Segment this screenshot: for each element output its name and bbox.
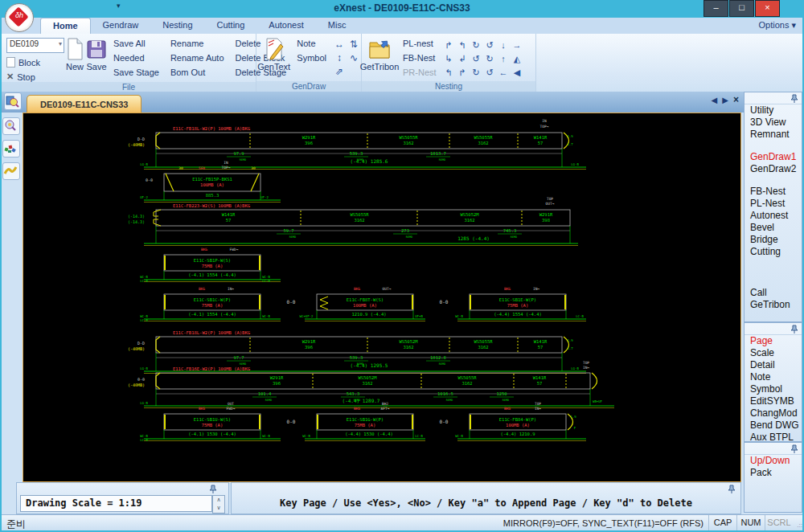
drawing-svg[interactable]: W291R396WS5055R3162WS5055R3162W141R57E11…	[23, 113, 740, 481]
tab-nesting[interactable]: Nesting	[150, 18, 204, 34]
pin-icon[interactable]	[790, 444, 798, 453]
scale-spinner[interactable]: ∧ ∨	[212, 495, 225, 514]
view-tool-icon[interactable]	[4, 92, 22, 110]
parts-tool-button[interactable]	[2, 140, 20, 158]
sidebar-item-fb-nest[interactable]: FB-Nest	[745, 186, 802, 198]
tab-misc[interactable]: Misc	[316, 18, 359, 34]
sidebar-item-bend-dwg[interactable]: Bend DWG	[745, 419, 802, 432]
status-toggle-cap[interactable]: CAP	[708, 515, 736, 531]
sidebar-item-cutting[interactable]: Cutting	[745, 246, 802, 258]
rotate-cw-15-icon[interactable]: ↰	[442, 66, 456, 80]
pl-nest-button[interactable]: PL-nest	[399, 37, 441, 51]
sidebar-item-gendraw1[interactable]: GenDraw1	[745, 151, 802, 163]
sidebar-item-note[interactable]: Note	[745, 371, 802, 383]
rotate-ccw-90-icon[interactable]: ↺	[470, 52, 483, 66]
sidebar-item-bevel[interactable]: Bevel	[745, 222, 802, 234]
sidebar-item-3d-view[interactable]: 3D View	[745, 117, 802, 129]
rename-button[interactable]: Rename	[166, 37, 228, 51]
pin-icon[interactable]	[209, 485, 217, 493]
pin-icon[interactable]	[790, 325, 798, 334]
measure-diagonal-icon[interactable]: ⇗	[332, 65, 347, 79]
maximize-button[interactable]: □	[729, 0, 754, 17]
tab-cutting[interactable]: Cutting	[205, 18, 257, 34]
close-button[interactable]: ×	[755, 0, 780, 17]
move-up-icon[interactable]: ↑	[497, 52, 511, 66]
sidebar-item-detail[interactable]: Detail	[745, 359, 802, 371]
move-right-icon[interactable]: →	[511, 39, 524, 52]
minimize-button[interactable]: –	[704, 0, 728, 17]
tab-autonest[interactable]: Autonest	[256, 18, 315, 34]
stop-button[interactable]: ✕ Stop	[6, 72, 64, 82]
document-tab[interactable]: DE0109-E11C-CNS33	[27, 95, 142, 113]
status-toggle-num[interactable]: NUM	[736, 515, 765, 531]
gettribon-button[interactable]: GetTribon	[363, 38, 396, 72]
sidebar-item-getribon[interactable]: GeTribon	[745, 299, 802, 311]
rotate-ccw-15-icon[interactable]: ↱	[456, 66, 470, 80]
drawing-scale-field[interactable]: Drawing Scale = 1:19	[20, 495, 212, 512]
sidebar-item-pack[interactable]: Pack	[745, 467, 802, 479]
move-down-icon[interactable]: ↓	[497, 39, 511, 52]
save-stage-button[interactable]: Save Stage	[109, 66, 163, 80]
note-button[interactable]: Note	[293, 37, 330, 51]
tab-next-icon[interactable]: ▶	[722, 96, 728, 105]
svg-text:F: F	[574, 426, 576, 430]
move-left-icon[interactable]: ←	[497, 66, 511, 80]
tab-gendraw[interactable]: Gendraw	[91, 18, 151, 34]
status-toggle-scrl[interactable]: SCRL	[765, 515, 793, 531]
resize-grip[interactable]: .::	[797, 522, 802, 529]
mirror-horizontal-icon[interactable]: ◀	[511, 66, 524, 80]
mirror-vertical-icon[interactable]: ◭	[511, 52, 524, 66]
block-combo[interactable]: DE0109 ▾	[6, 38, 64, 53]
measure-vertical-icon[interactable]: ↕	[332, 51, 347, 65]
rename-auto-button[interactable]: Rename Auto	[166, 51, 228, 66]
sidebar-item-call[interactable]: Call	[745, 287, 802, 299]
spinner-down-icon[interactable]: ∨	[213, 504, 224, 512]
rotate-cw-10-icon[interactable]: ↳	[442, 52, 456, 66]
rotate-ccw-5-icon[interactable]: ↺	[483, 66, 497, 80]
rotate-ccw-10-icon[interactable]: ↲	[456, 52, 470, 66]
save-all-button[interactable]: Save All	[109, 37, 163, 51]
tab-prev-icon[interactable]: ◀	[712, 96, 718, 105]
rotate-ccw-45-icon[interactable]: ↺	[483, 39, 497, 52]
fb-nest-button[interactable]: FB-Nest	[399, 51, 441, 66]
sidebar-item-up-down[interactable]: Up/Down	[745, 455, 802, 467]
sidebar-item-editsymb[interactable]: EditSYMB	[745, 395, 802, 407]
pin-icon[interactable]	[728, 485, 736, 493]
app-logo[interactable]: δh	[5, 3, 34, 32]
spinner-up-icon[interactable]: ∧	[213, 496, 224, 504]
save-button[interactable]: Save	[86, 38, 107, 72]
pin-icon[interactable]	[790, 94, 798, 103]
tab-home[interactable]: Home	[40, 18, 91, 35]
sidebar-item-utility[interactable]: Utility	[745, 104, 802, 117]
rotate-cw-5-icon[interactable]: ↻	[470, 39, 483, 52]
svg-text:3162: 3162	[461, 381, 472, 386]
bom-out-button[interactable]: Bom Out	[166, 66, 228, 80]
rotate-cw-90-icon[interactable]: ↻	[483, 52, 497, 66]
sidebar-item-gendraw2[interactable]: GenDraw2	[745, 163, 802, 175]
symbol-button[interactable]: Symbol	[293, 51, 330, 66]
measure-horizontal-icon[interactable]: ↔	[332, 38, 347, 51]
sidebar-item-symbol[interactable]: Symbol	[745, 383, 802, 395]
block-button[interactable]: Block	[6, 57, 64, 68]
drawing-canvas[interactable]: W291R396WS5055R3162WS5055R3162W141R57E11…	[23, 113, 741, 482]
sidebar-item-pl-nest[interactable]: PL-Nest	[745, 198, 802, 210]
sidebar-item-scale[interactable]: Scale	[745, 347, 802, 359]
extent-vertical-icon[interactable]: ⇅	[347, 38, 361, 51]
sidebar-item-page[interactable]: Page	[745, 335, 802, 347]
rotate-cw-45-icon[interactable]: ↻	[470, 66, 483, 80]
rotate-ccw-1-icon[interactable]: ↰	[456, 39, 470, 52]
options-button[interactable]: Options ▾	[759, 20, 797, 31]
profile-tool-button[interactable]	[2, 162, 20, 180]
curve-icon[interactable]: ∿	[347, 51, 361, 65]
gentext-button[interactable]: GenText	[257, 38, 290, 72]
sidebar-item-bridge[interactable]: Bridge	[745, 234, 802, 246]
tab-close-icon[interactable]: ×	[733, 94, 739, 105]
sidebar-item-aux-btpl[interactable]: Aux BTPL	[745, 432, 802, 442]
sidebar-item-autonest[interactable]: Autonest	[745, 210, 802, 222]
zoom-tool-button[interactable]	[2, 117, 20, 135]
new-button[interactable]: New	[65, 38, 84, 72]
needed-button[interactable]: Needed	[109, 51, 163, 66]
sidebar-item-changmod[interactable]: ChangMod	[745, 407, 802, 419]
sidebar-item-remnant[interactable]: Remnant	[745, 129, 802, 141]
rotate-cw-1-icon[interactable]: ↱	[442, 39, 456, 52]
